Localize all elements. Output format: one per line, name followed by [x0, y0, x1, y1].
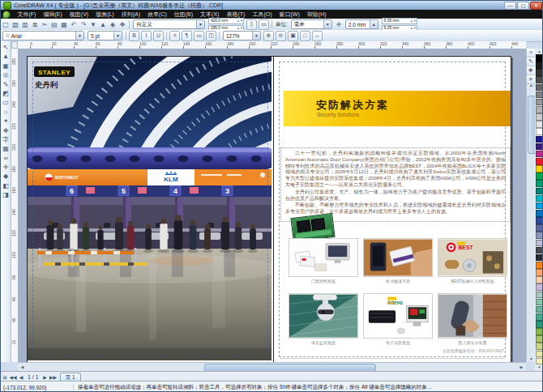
open-icon[interactable]: ▧	[11, 20, 20, 29]
chevron-down-icon[interactable]: ▼	[252, 32, 260, 40]
chevron-down-icon[interactable]: ▼	[323, 20, 331, 28]
fill-tool[interactable]: ◧	[2, 181, 11, 190]
color-swatch-14[interactable]	[536, 158, 543, 165]
color-swatch-27[interactable]	[536, 254, 543, 262]
color-swatch-10[interactable]	[536, 128, 543, 135]
color-swatch-22[interactable]	[536, 217, 543, 224]
color-swatch-34[interactable]	[536, 306, 543, 313]
color-swatch-6[interactable]	[536, 99, 543, 106]
next-page-icon[interactable]: ▶	[41, 374, 49, 380]
blend-tool[interactable]: ∞	[2, 154, 11, 163]
zoom-selected-icon[interactable]: ▣	[288, 31, 298, 41]
color-swatch-41[interactable]	[536, 358, 543, 365]
alignment-icon[interactable]: ≡	[169, 31, 180, 41]
color-swatch-18[interactable]	[536, 188, 543, 195]
import-icon[interactable]: ▼	[89, 20, 98, 29]
color-swatch-2[interactable]	[536, 69, 543, 76]
menu-3[interactable]: 版面(L)	[92, 11, 118, 19]
freehand-tool[interactable]: ✎	[2, 80, 11, 89]
pick-tool[interactable]: ↖	[2, 43, 11, 52]
portrait-button[interactable]: ▯	[246, 19, 257, 30]
first-page-icon[interactable]: ◀◀	[9, 374, 17, 380]
color-swatch-30[interactable]	[536, 276, 543, 283]
basic-shapes-tool[interactable]: ❖	[2, 126, 11, 135]
undo-icon[interactable]: ↶	[70, 20, 79, 29]
zoom-width-icon[interactable]: ↔	[312, 31, 323, 41]
add-docker-icon[interactable]: ✚	[527, 66, 535, 75]
color-swatch-31[interactable]	[536, 283, 543, 291]
eyedropper-docker-icon[interactable]: ✎	[527, 58, 535, 66]
polygon-tool[interactable]: ✶	[2, 117, 11, 126]
bullet-list-icon[interactable]: ¶	[182, 31, 192, 41]
menu-10[interactable]: 窗口(W)	[276, 11, 303, 19]
menu-7[interactable]: 文本(X)	[197, 11, 223, 19]
menu-9[interactable]: 工具(O)	[249, 11, 276, 19]
nudge-offset-field[interactable]: 2.0 mm▲	[345, 19, 378, 29]
redo-icon[interactable]: ↷	[79, 20, 88, 29]
color-swatch-11[interactable]	[536, 136, 543, 143]
color-swatch-37[interactable]	[536, 328, 543, 335]
ellipse-tool[interactable]: ○	[2, 108, 11, 117]
palette-down-arrow[interactable]: ▼	[536, 365, 543, 370]
menu-1[interactable]: 编辑(E)	[40, 11, 66, 19]
crop-tool[interactable]: ▣	[2, 62, 11, 70]
previous-page-icon[interactable]: ◀	[17, 374, 25, 380]
zoom-tool[interactable]: ◎	[2, 70, 11, 79]
color-swatch-3[interactable]	[536, 76, 543, 83]
zoom-page-icon[interactable]: □	[300, 31, 310, 41]
scroll-left-arrow[interactable]: ◀	[18, 364, 27, 369]
paper-preset-select[interactable]: 自定义▼	[133, 19, 205, 29]
body-text-frame[interactable]: 二十一世纪初，史丹利实施新的战略转移并成功涉足安防领域。从2000年在美国收购N…	[280, 147, 511, 222]
page-right-content[interactable]: 安防解决方案 Security Solutions 二十一世纪初，史丹利实施新的…	[273, 56, 511, 362]
color-swatch-20[interactable]	[536, 202, 543, 210]
color-swatch-21[interactable]	[536, 210, 543, 217]
color-swatch-1[interactable]	[536, 62, 543, 69]
corel-online-icon[interactable]: ❖	[118, 20, 127, 29]
add-page-icon[interactable]: ⊞	[1, 374, 9, 380]
color-swatch-36[interactable]	[536, 321, 543, 328]
smart-fill-tool[interactable]: ◩	[2, 89, 11, 98]
underline-icon[interactable]: U	[153, 31, 164, 41]
color-swatch-12[interactable]	[536, 143, 543, 151]
menu-4[interactable]: 排列(A)	[118, 11, 143, 19]
copy-icon[interactable]: ▤	[50, 20, 59, 29]
zoom-in-icon[interactable]: ⊕	[263, 31, 274, 41]
color-swatch-0[interactable]	[536, 54, 543, 62]
font-select[interactable]: OArial▼	[2, 31, 84, 40]
outline-pen-tool[interactable]: ◆	[2, 172, 11, 181]
collapse-docker-icon[interactable]: «	[527, 49, 535, 58]
units-select[interactable]: 毫米▼	[291, 19, 332, 29]
interactive-fill-tool[interactable]: ◨	[2, 190, 11, 199]
color-swatch-38[interactable]	[536, 335, 543, 343]
landscape-button[interactable]: ▭	[259, 19, 269, 30]
color-swatch-24[interactable]	[536, 232, 543, 239]
zoom-out-icon[interactable]: ⊖	[276, 31, 286, 41]
page-tab-1[interactable]: 页 1	[60, 373, 81, 381]
show-nonprinting-icon[interactable]: ◫	[206, 31, 216, 41]
menu-5[interactable]: 效果(C)	[144, 11, 171, 19]
ruler-origin[interactable]	[11, 41, 18, 49]
menu-11[interactable]: 帮助(H)	[303, 11, 330, 19]
color-swatch-28[interactable]	[536, 262, 543, 269]
edit-text-icon[interactable]: ▭	[194, 31, 204, 41]
color-swatch-26[interactable]	[536, 247, 543, 254]
shape-tool[interactable]: ▲	[2, 52, 11, 61]
page-left-photo[interactable]: STANLEY 史丹利 NORTHWEST	[27, 56, 274, 362]
color-swatch-32[interactable]	[536, 292, 543, 299]
color-swatch-19[interactable]	[536, 195, 543, 202]
duplicate-x-field[interactable]: 6.35 mm▲▼	[382, 18, 417, 24]
chevron-down-icon[interactable]: ▼	[75, 32, 83, 40]
color-swatch-8[interactable]	[536, 113, 543, 121]
scroll-right-arrow[interactable]: ▶	[517, 364, 526, 369]
color-swatch-16[interactable]	[536, 173, 543, 180]
paste-icon[interactable]: ▦	[60, 20, 69, 29]
color-swatch-4[interactable]	[536, 84, 543, 92]
font-size-select[interactable]: 5 pt▼	[88, 31, 122, 40]
color-swatch-33[interactable]	[536, 299, 543, 306]
print-icon[interactable]: ≣	[31, 20, 40, 29]
chevron-down-icon[interactable]: ▼	[196, 20, 204, 28]
color-swatch-39[interactable]	[536, 343, 543, 350]
color-swatch-17[interactable]	[536, 180, 543, 187]
bold-icon[interactable]: B	[129, 31, 139, 41]
color-swatch-23[interactable]	[536, 224, 543, 232]
